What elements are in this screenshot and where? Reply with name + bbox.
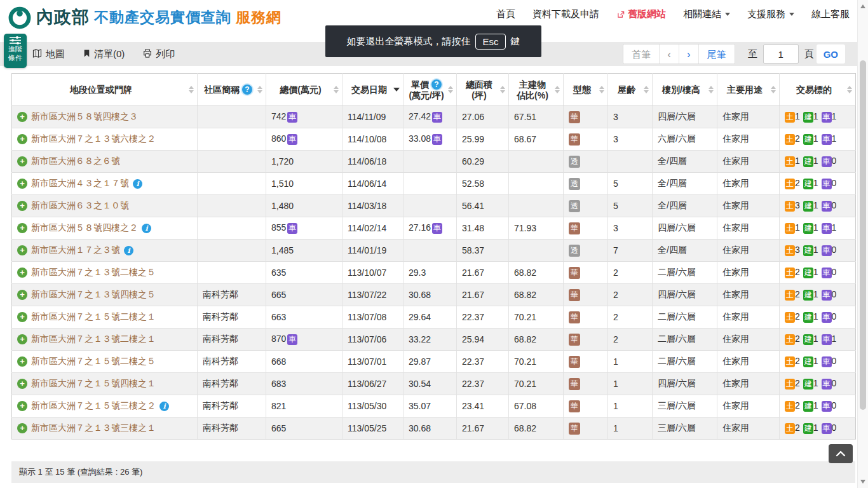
- column-header-1[interactable]: 地段位置或門牌: [12, 74, 198, 106]
- column-label-text: 屋齡: [618, 85, 635, 95]
- cell-total-price: 742車: [266, 106, 342, 128]
- expand-icon[interactable]: +: [17, 312, 27, 322]
- address-wrap: +新市區大洲４３之１７號i: [17, 178, 194, 189]
- column-header-12[interactable]: 交易標的: [780, 74, 856, 106]
- toolbar-button-列印[interactable]: 列印: [142, 48, 175, 60]
- last-page-button[interactable]: 尾筆: [699, 44, 735, 64]
- column-header-7[interactable]: 主建物佔比(%): [509, 74, 564, 106]
- nav-item-舊版網站[interactable]: 舊版網站: [616, 8, 666, 20]
- advanced-conditions-button[interactable]: 進階 條件: [4, 34, 27, 68]
- expand-icon[interactable]: +: [17, 179, 27, 189]
- expand-icon[interactable]: +: [17, 201, 27, 211]
- address-link[interactable]: 新市區大洲７之１３號三樓之１: [31, 423, 156, 434]
- column-header-11[interactable]: 主要用途: [717, 74, 780, 106]
- toolbar-button-地圖[interactable]: 地圖: [32, 48, 65, 60]
- page-number-input[interactable]: [763, 44, 799, 64]
- building-badge: 建: [803, 179, 813, 189]
- info-icon[interactable]: i: [142, 224, 151, 233]
- expand-icon[interactable]: +: [17, 245, 27, 255]
- expand-icon[interactable]: +: [17, 334, 27, 344]
- expand-icon[interactable]: +: [17, 423, 27, 433]
- building-count: 1: [813, 311, 818, 322]
- help-icon[interactable]: ?: [242, 85, 252, 95]
- address-link[interactable]: 新市區大洲７之１３號二樓之５: [31, 267, 156, 278]
- cell-community: 南科芳鄰: [198, 373, 266, 395]
- address-link[interactable]: 新市區大洲７之１３號二樓之１: [31, 334, 156, 345]
- expand-icon[interactable]: +: [17, 156, 27, 166]
- back-to-top-button[interactable]: [829, 444, 853, 463]
- cell-transaction-target: 土2建1車0: [780, 395, 856, 417]
- column-label: 主要用途: [720, 85, 770, 95]
- address-link[interactable]: 新市區大洲７之１５號二樓之５: [31, 356, 156, 367]
- scrollbar-up-arrow-icon[interactable]: [860, 4, 865, 8]
- scrollbar-thumb[interactable]: [860, 60, 866, 410]
- scrollbar[interactable]: [857, 0, 868, 488]
- nav-item-相關連結[interactable]: 相關連結: [683, 8, 730, 20]
- address-wrap: +新市區大洲６８之６號: [17, 156, 194, 167]
- address-link[interactable]: 新市區大洲７之１５號四樓之１: [31, 378, 156, 390]
- land-count: 2: [795, 334, 800, 344]
- expand-icon[interactable]: +: [17, 401, 27, 411]
- expand-icon[interactable]: +: [17, 356, 27, 367]
- cell-transaction-target: 土2建1車1: [780, 128, 856, 151]
- building-count: 1: [813, 400, 818, 410]
- expand-icon[interactable]: +: [17, 134, 27, 144]
- prev-page-button[interactable]: ‹: [660, 44, 679, 64]
- cell-age: [608, 151, 653, 173]
- site-logo[interactable]: 內政部 不動產交易實價查詢 服務網: [8, 5, 281, 29]
- column-header-9[interactable]: 屋齡: [608, 74, 653, 106]
- help-icon[interactable]: ?: [431, 79, 442, 90]
- type-badge: 透: [569, 200, 580, 212]
- address-link[interactable]: 新市區大洲４３之１７號: [31, 178, 129, 189]
- column-header-10[interactable]: 樓別/樓高: [653, 74, 717, 106]
- expand-icon[interactable]: +: [17, 112, 27, 122]
- nav-item-線上客服[interactable]: 線上客服: [811, 8, 850, 20]
- info-icon[interactable]: i: [124, 246, 133, 255]
- building-count: 1: [813, 156, 818, 166]
- address-link[interactable]: 新市區大洲７之１３號四樓之５: [31, 289, 156, 301]
- column-header-4[interactable]: 交易日期: [342, 74, 403, 106]
- cell-floor: 二層/六層: [653, 306, 717, 329]
- expand-icon[interactable]: +: [17, 379, 27, 389]
- address-link[interactable]: 新市區大洲５８號四樓之２: [31, 222, 138, 234]
- cell-usage: 住家用: [717, 351, 780, 373]
- address-link[interactable]: 新市區大洲７之１５號二樓之１: [31, 311, 156, 323]
- total-price-value: 855: [271, 222, 286, 233]
- toolbar-button-清單(0)[interactable]: 清單(0): [83, 48, 125, 60]
- column-header-5[interactable]: 單價?(萬元/坪): [403, 74, 457, 106]
- cell-transaction-target: 土2建1車0: [780, 262, 856, 284]
- address-link[interactable]: 新市區大洲７之１３號六樓之２: [31, 133, 156, 145]
- expand-icon[interactable]: +: [17, 268, 27, 278]
- info-icon[interactable]: i: [159, 402, 169, 411]
- first-page-button[interactable]: 首筆: [623, 44, 660, 64]
- building-badge: 建: [803, 401, 813, 412]
- scrollbar-down-arrow-icon[interactable]: [860, 480, 865, 484]
- cell-transaction-target: 土2建1車0: [780, 417, 856, 440]
- go-button[interactable]: GO: [817, 44, 845, 64]
- column-header-2[interactable]: 社區簡稱?: [198, 74, 266, 106]
- cell-area: 25.99: [457, 128, 509, 151]
- cell-address: +新市區大洲５８號四樓之２i: [12, 217, 198, 240]
- address-link[interactable]: 新市區大洲５８號四樓之３: [31, 111, 138, 123]
- next-page-button[interactable]: ›: [679, 44, 699, 64]
- column-label-text: 交易標的: [796, 85, 832, 95]
- expand-icon[interactable]: +: [17, 223, 27, 233]
- address-link[interactable]: 新市區大洲１７之３號: [31, 245, 120, 256]
- column-header-6[interactable]: 總面積(坪): [457, 74, 509, 106]
- column-header-8[interactable]: 型態: [564, 74, 608, 106]
- info-icon[interactable]: i: [133, 179, 142, 189]
- address-link[interactable]: 新市區大洲６８之６號: [31, 156, 120, 167]
- column-header-3[interactable]: 總價(萬元): [266, 74, 342, 106]
- cell-community: [198, 262, 266, 284]
- nav-item-支援服務[interactable]: 支援服務: [747, 8, 794, 20]
- cell-type: 透: [564, 195, 608, 217]
- cell-address: +新市區大洲１７之３號i: [12, 240, 198, 262]
- expand-icon[interactable]: +: [17, 290, 27, 300]
- address-link[interactable]: 新市區大洲６３之１０號: [31, 200, 129, 212]
- unit-price-value: 29.87: [409, 356, 431, 367]
- address-link[interactable]: 新市區大洲７之１５號三樓之２: [31, 400, 156, 412]
- building-count: 1: [813, 378, 818, 388]
- address-wrap: +新市區大洲６３之１０號: [17, 200, 194, 212]
- nav-item-首頁[interactable]: 首頁: [496, 8, 515, 20]
- nav-item-資料下載及申請[interactable]: 資料下載及申請: [532, 8, 599, 20]
